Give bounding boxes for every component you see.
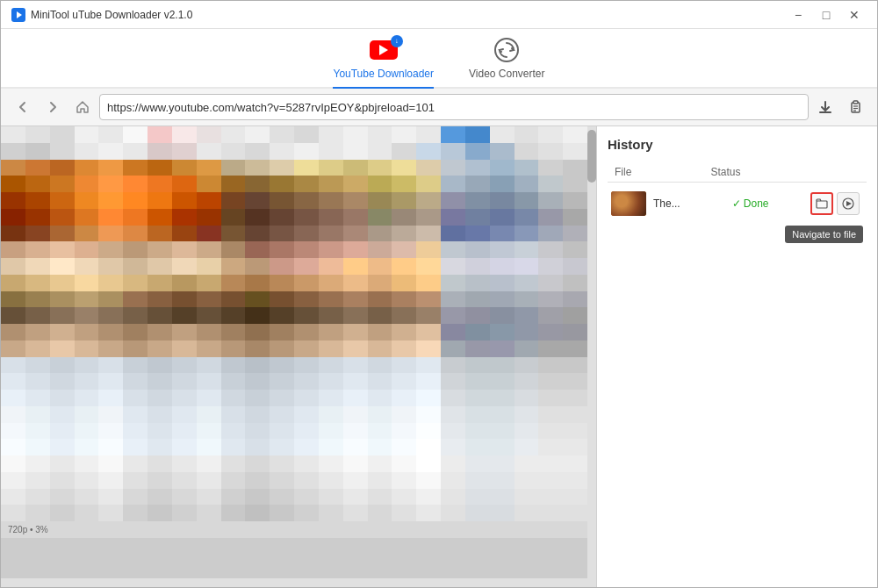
- scrollbar-thumb: [587, 130, 596, 183]
- history-row: The... ✓ Done: [608, 186, 867, 221]
- title-bar: MiniTool uTube Downloader v2.1.0 − □ ✕: [1, 1, 877, 29]
- thumbnail-image: [611, 191, 646, 216]
- app-window: MiniTool uTube Downloader v2.1.0 − □ ✕ ↓…: [0, 0, 878, 588]
- tab-bar: ↓ YouTube Downloader Video Converter: [1, 29, 877, 89]
- file-name: The...: [653, 197, 732, 210]
- tab-youtube[interactable]: ↓ YouTube Downloader: [333, 36, 434, 87]
- history-actions: Navigate to file: [810, 192, 863, 215]
- youtube-badge: ↓: [391, 35, 403, 47]
- app-title: MiniTool uTube Downloader v2.1.0: [31, 9, 786, 21]
- youtube-tab-label: YouTube Downloader: [333, 68, 434, 80]
- close-button[interactable]: ✕: [842, 3, 867, 27]
- main-content: 720p • 3% History File Status: [1, 126, 877, 587]
- tab-converter[interactable]: Video Converter: [469, 36, 545, 87]
- svg-rect-4: [853, 101, 858, 104]
- youtube-tab-icon: ↓: [370, 36, 398, 64]
- forward-icon: [47, 101, 59, 113]
- history-title: History: [608, 137, 867, 152]
- play-icon: [842, 197, 854, 210]
- svg-rect-8: [817, 201, 827, 208]
- history-pane: History File Status The... ✓ Done: [596, 126, 877, 587]
- nav-bar: [1, 89, 877, 126]
- column-file: File: [615, 166, 711, 178]
- paste-icon: [848, 100, 862, 114]
- converter-tab-icon: [493, 36, 521, 64]
- column-status: Status: [711, 166, 808, 178]
- maximize-button[interactable]: □: [814, 3, 838, 27]
- minimize-button[interactable]: −: [786, 3, 810, 27]
- converter-tab-label: Video Converter: [469, 68, 545, 80]
- app-icon: [11, 8, 25, 22]
- vertical-scrollbar[interactable]: [587, 126, 596, 587]
- download-button[interactable]: [812, 94, 838, 120]
- navigate-to-file-button[interactable]: [810, 192, 833, 215]
- status-text: 720p • 3%: [1, 521, 148, 538]
- converter-icon: [493, 36, 521, 64]
- home-button[interactable]: [69, 94, 96, 120]
- back-button[interactable]: [10, 94, 36, 120]
- history-table-header: File Status: [608, 162, 867, 183]
- download-icon: [817, 99, 833, 115]
- column-actions: [807, 166, 860, 178]
- home-icon: [76, 100, 90, 114]
- file-status: ✓ Done: [732, 197, 811, 210]
- play-button[interactable]: [837, 192, 860, 215]
- navigate-tooltip: Navigate to file: [785, 226, 863, 243]
- browser-pane[interactable]: 720p • 3%: [1, 126, 596, 587]
- back-icon: [17, 101, 29, 113]
- paste-button[interactable]: [842, 94, 868, 120]
- folder-icon: [816, 197, 828, 210]
- forward-button[interactable]: [40, 94, 66, 120]
- url-input[interactable]: [99, 94, 809, 120]
- horizontal-scrollbar[interactable]: [1, 578, 587, 587]
- thumbnail: [611, 191, 646, 216]
- window-controls: − □ ✕: [786, 3, 867, 27]
- svg-marker-10: [846, 201, 852, 206]
